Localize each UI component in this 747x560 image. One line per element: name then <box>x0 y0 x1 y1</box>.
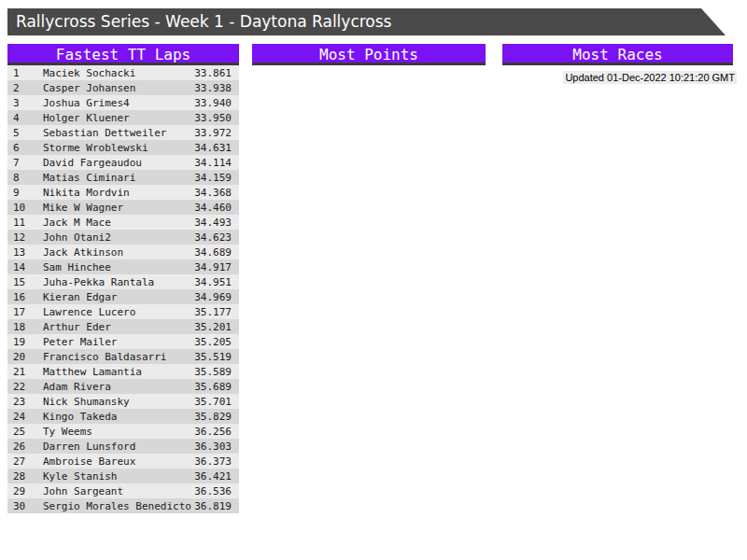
row-driver-name: Ambroise Bareux <box>43 455 194 468</box>
header-fastest-tt-laps: Fastest TT Laps <box>7 44 239 65</box>
row-lap-time: 34.631 <box>194 142 239 154</box>
row-lap-time: 34.460 <box>194 202 239 214</box>
row-rank: 29 <box>7 485 43 497</box>
row-driver-name: Sam Hinchee <box>43 261 194 273</box>
row-rank: 23 <box>7 396 43 408</box>
header-most-points: Most Points <box>252 44 486 65</box>
row-rank: 22 <box>7 381 43 393</box>
table-row: 2Casper Johansen33.938 <box>7 80 239 95</box>
row-lap-time: 34.917 <box>194 261 239 273</box>
table-row: 6Storme Wroblewski34.631 <box>7 140 239 155</box>
row-lap-time: 36.421 <box>194 470 239 483</box>
table-row: 17Lawrence Lucero35.177 <box>7 304 239 319</box>
row-driver-name: Adam Rivera <box>43 381 194 393</box>
row-driver-name: Jack M Mace <box>43 217 194 229</box>
table-row: 15Juha-Pekka Rantala34.951 <box>7 274 239 289</box>
row-driver-name: Kyle Stanish <box>43 470 194 483</box>
table-row: 22Adam Rivera35.689 <box>7 379 239 394</box>
row-lap-time: 34.623 <box>194 231 239 244</box>
row-rank: 7 <box>7 157 43 169</box>
row-lap-time: 35.205 <box>194 336 239 348</box>
row-driver-name: Lawrence Lucero <box>43 306 194 318</box>
row-driver-name: Peter Mailer <box>43 336 194 348</box>
row-lap-time: 35.177 <box>194 306 239 318</box>
table-row: 30Sergio Morales Benedicto36.819 <box>7 498 239 513</box>
row-rank: 13 <box>7 246 43 259</box>
table-row: 7David Fargeaudou34.114 <box>7 155 239 170</box>
table-row: 16Kieran Edgar34.969 <box>7 289 239 304</box>
table-row: 11Jack M Mace34.493 <box>7 215 239 230</box>
row-lap-time: 36.256 <box>194 426 239 438</box>
table-row: 14Sam Hinchee34.917 <box>7 259 239 274</box>
row-rank: 26 <box>7 441 43 453</box>
leaderboard-page: Rallycross Series - Week 1 - Daytona Ral… <box>0 0 747 560</box>
row-rank: 18 <box>7 321 43 333</box>
row-rank: 1 <box>7 67 43 79</box>
row-lap-time: 35.689 <box>194 381 239 393</box>
table-row: 20Francisco Baldasarri35.519 <box>7 349 239 364</box>
row-rank: 3 <box>7 97 43 109</box>
table-row: 19Peter Mailer35.205 <box>7 334 239 349</box>
row-driver-name: Ty Weems <box>43 426 194 438</box>
row-rank: 9 <box>7 187 43 199</box>
table-row: 25Ty Weems36.256 <box>7 424 239 439</box>
table-row: 28Kyle Stanish36.421 <box>7 469 239 483</box>
row-rank: 10 <box>7 202 43 214</box>
table-row: 3Joshua Grimes433.940 <box>7 95 239 110</box>
row-driver-name: Darren Lunsford <box>43 441 194 453</box>
row-rank: 11 <box>7 217 43 229</box>
row-driver-name: Joshua Grimes4 <box>43 97 194 109</box>
row-rank: 5 <box>7 127 43 139</box>
row-rank: 21 <box>7 366 43 378</box>
table-row: 26Darren Lunsford36.303 <box>7 439 239 454</box>
table-row: 1Maciek Sochacki33.861 <box>7 65 239 80</box>
row-driver-name: Matthew Lamantia <box>43 366 194 378</box>
row-driver-name: John Sargeant <box>43 485 194 497</box>
panel-most-races: Most Races <box>502 44 733 65</box>
tt-laps-table: 1Maciek Sochacki33.8612Casper Johansen33… <box>7 65 239 513</box>
row-lap-time: 35.701 <box>194 396 239 408</box>
row-rank: 17 <box>7 306 43 318</box>
row-rank: 4 <box>7 112 43 124</box>
row-lap-time: 35.519 <box>194 351 239 363</box>
row-rank: 15 <box>7 276 43 288</box>
row-rank: 14 <box>7 261 43 273</box>
row-driver-name: Holger Kluener <box>43 112 194 124</box>
row-lap-time: 34.951 <box>194 276 239 288</box>
row-lap-time: 34.689 <box>194 246 239 259</box>
row-rank: 16 <box>7 291 43 303</box>
row-lap-time: 35.589 <box>194 366 239 378</box>
row-lap-time: 36.373 <box>194 455 239 468</box>
row-driver-name: Sebastian Dettweiler <box>43 127 194 139</box>
row-driver-name: Sergio Morales Benedicto <box>43 500 194 512</box>
row-driver-name: Mike W Wagner <box>43 202 194 214</box>
row-driver-name: Storme Wroblewski <box>43 142 194 154</box>
row-driver-name: Kingo Takeda <box>43 411 194 423</box>
panel-fastest-tt-laps: Fastest TT Laps 1Maciek Sochacki33.8612C… <box>7 44 239 513</box>
row-driver-name: Juha-Pekka Rantala <box>43 276 194 288</box>
table-row: 21Matthew Lamantia35.589 <box>7 364 239 379</box>
table-row: 10Mike W Wagner34.460 <box>7 200 239 215</box>
row-lap-time: 36.303 <box>194 441 239 453</box>
table-row: 18Arthur Eder35.201 <box>7 319 239 334</box>
row-driver-name: Nick Shumansky <box>43 396 194 408</box>
row-lap-time: 34.368 <box>194 187 239 199</box>
row-lap-time: 33.950 <box>194 112 239 124</box>
row-rank: 28 <box>7 470 43 483</box>
row-lap-time: 36.536 <box>194 485 239 497</box>
table-row: 13Jack Atkinson34.689 <box>7 245 239 259</box>
table-row: 24Kingo Takeda35.829 <box>7 409 239 424</box>
row-driver-name: Francisco Baldasarri <box>43 351 194 363</box>
row-lap-time: 36.819 <box>194 500 239 512</box>
row-driver-name: Arthur Eder <box>43 321 194 333</box>
row-rank: 30 <box>7 500 43 512</box>
row-lap-time: 34.969 <box>194 291 239 303</box>
table-row: 23Nick Shumansky35.701 <box>7 394 239 409</box>
row-driver-name: Nikita Mordvin <box>43 187 194 199</box>
row-lap-time: 34.114 <box>194 157 239 169</box>
row-lap-time: 33.938 <box>194 82 239 94</box>
header-most-races: Most Races <box>502 44 733 65</box>
row-lap-time: 33.940 <box>194 97 239 109</box>
panel-most-points: Most Points <box>252 44 486 65</box>
updated-timestamp: Updated 01-Dec-2022 10:21:20 GMT <box>563 71 737 84</box>
